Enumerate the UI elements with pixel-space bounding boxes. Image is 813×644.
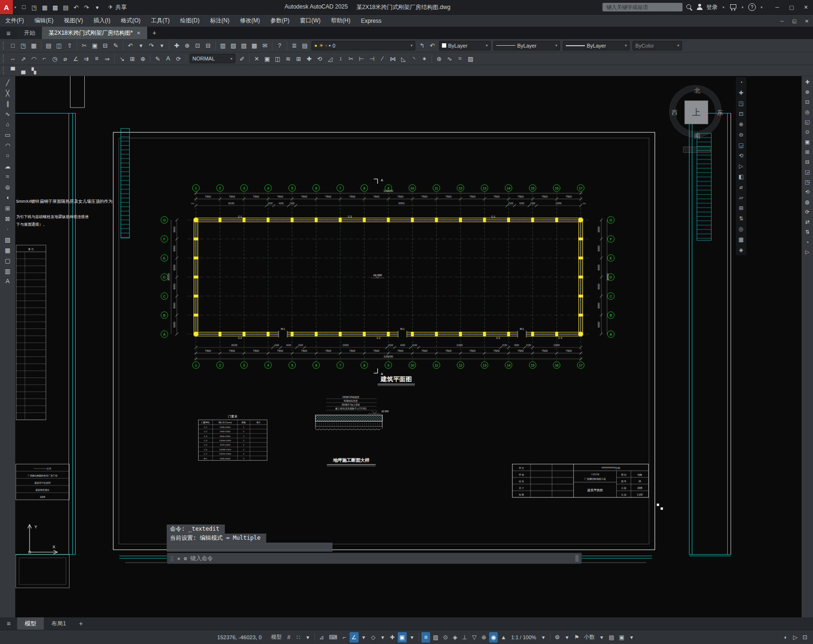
qat-dropdown-icon[interactable]: ▾ <box>92 2 102 12</box>
selection-cycling-toggle[interactable]: ⊙ <box>441 632 450 643</box>
zoom-in-icon[interactable]: ⊕ <box>736 119 746 129</box>
publish-icon[interactable]: ⇧ <box>64 40 75 51</box>
zoom-all-icon[interactable]: ◲ <box>736 140 746 150</box>
array-icon[interactable]: ⊞ <box>293 53 304 64</box>
isodraft-toggle[interactable]: ◇ <box>369 632 378 643</box>
layer-combo[interactable]: ●☀▫▪ 0 ▾ <box>311 41 415 50</box>
ellipse-icon[interactable]: ⊜ <box>2 182 13 192</box>
lock-ui-toggle[interactable]: ▣ <box>617 632 626 643</box>
qat-undo-icon[interactable]: ↶ <box>71 2 81 12</box>
tab-model[interactable]: 模型 <box>17 617 44 630</box>
volume-icon[interactable]: ⊞ <box>736 203 746 213</box>
share-button[interactable]: ✈ 共享 <box>102 3 132 11</box>
plot-icon[interactable]: ▤ <box>43 40 54 51</box>
workspace-dropdown-icon[interactable]: ▾ <box>563 632 572 643</box>
menu-item[interactable]: 编辑(E) <box>29 15 59 27</box>
zoom-window-icon[interactable]: ⊡ <box>192 40 203 51</box>
tolerance-icon[interactable]: ⊞ <box>127 53 138 64</box>
viewcube-east-label[interactable]: 东 <box>717 109 723 117</box>
menu-item[interactable]: 窗口(W) <box>295 15 326 27</box>
dim-angular-icon[interactable]: ∠ <box>70 53 81 64</box>
extend-icon[interactable]: ⊢ <box>356 53 367 64</box>
dim-arc-length-icon[interactable]: ◠ <box>29 53 39 64</box>
layer-unlock-icon[interactable]: ▫ <box>325 43 327 48</box>
ortho-toggle[interactable]: ⌐ <box>340 632 349 643</box>
show-motion-icon[interactable]: ▷ <box>736 161 746 171</box>
zoom-out-icon[interactable]: ⊖ <box>736 129 746 140</box>
viewcube[interactable]: 北 南 西 东 上 <box>667 78 728 154</box>
linetype-combo[interactable]: ByLayer ▾ <box>493 41 560 50</box>
zoom-previous-icon[interactable]: ⊟ <box>203 40 213 51</box>
draw-order-front-icon[interactable]: ▀ <box>8 65 18 76</box>
apps-dropdown-icon[interactable]: ▾ <box>740 5 745 10</box>
group-icon[interactable]: ⊛ <box>434 53 444 64</box>
plot-style-dropdown-icon[interactable]: ▾ <box>675 43 679 48</box>
zoom-out-icon[interactable]: ⊟ <box>802 157 813 167</box>
units-dropdown-icon[interactable]: ▾ <box>597 632 606 643</box>
polar-tracking-toggle[interactable]: ∠ <box>350 632 359 643</box>
model-space-canvas[interactable]: 备 注────────公司厂房钢结构隔热改造厂房工程建筑设计总说明建筑构造做法2… <box>15 76 802 617</box>
dynamic-ucs-toggle[interactable]: ⊥ <box>460 632 469 643</box>
command-input[interactable]: ⣿ ✕ ⚙ 键入命令 <box>167 553 582 564</box>
toolbar-grip[interactable] <box>3 67 5 74</box>
doc-minimize-button[interactable]: ─ <box>776 15 788 27</box>
plot-style-combo[interactable]: ByColor ▾ <box>632 41 682 50</box>
graphics-performance-toggle[interactable]: ▷ <box>791 632 800 643</box>
qat-save-icon[interactable]: ▦ <box>40 2 50 12</box>
menu-item[interactable]: 绘图(D) <box>175 15 205 27</box>
search-icon[interactable] <box>686 4 693 11</box>
zoom-window-icon[interactable]: ⊡ <box>802 97 813 107</box>
doc-restore-button[interactable]: ◱ <box>788 15 801 27</box>
undo-dropdown-icon[interactable]: ▾ <box>136 40 146 51</box>
camera-icon[interactable]: ◎ <box>736 224 746 234</box>
cut-icon[interactable]: ✂ <box>79 40 90 51</box>
workspace-switching-icon[interactable]: ⚙ <box>553 632 562 643</box>
grid-toggle[interactable]: # <box>284 632 293 643</box>
title-block[interactable]: 审 定审 核校 对设 计制 图??????????公司工程名称厂房钢结构加固工程… <box>512 464 649 497</box>
match-properties-icon[interactable]: ✎ <box>110 40 121 51</box>
viewcube-west-label[interactable]: 西 <box>672 109 678 117</box>
user-icon[interactable] <box>696 4 703 10</box>
dim-ordinate-icon[interactable]: ⌐ <box>39 53 50 64</box>
cart-icon[interactable] <box>729 4 737 11</box>
dim-diameter-icon[interactable]: ⌀ <box>60 53 70 64</box>
ellipse-arc-icon[interactable]: ◖ <box>2 192 13 203</box>
command-customize-icon[interactable]: ⚙ <box>184 555 187 562</box>
gradient-icon[interactable]: ▦ <box>2 245 13 255</box>
edit-polyline-icon[interactable]: ∿ <box>444 53 455 64</box>
zoom-window-icon[interactable]: ⊡ <box>736 109 746 119</box>
infer-constraints-toggle[interactable]: ⊿ <box>317 632 326 643</box>
color-combo-dropdown-icon[interactable]: ▾ <box>484 43 488 48</box>
layer-properties-icon[interactable]: ≣ <box>289 40 300 51</box>
zoom-dynamic-icon[interactable]: ◎ <box>802 107 813 117</box>
units-button[interactable]: 小数 <box>582 632 596 643</box>
layer-thaw-icon[interactable]: ☀ <box>319 43 323 48</box>
pan-icon[interactable]: ✚ <box>802 77 813 87</box>
command-close-icon[interactable]: ✕ <box>177 555 181 562</box>
right-sheet[interactable] <box>689 113 731 555</box>
file-tab-menu-icon[interactable]: ≡ <box>0 27 17 39</box>
doc-close-button[interactable]: ✕ <box>801 15 813 27</box>
break-at-point-icon[interactable]: ⊣ <box>367 53 377 64</box>
coordinates-display[interactable]: 152376, -46023, 0 <box>217 634 261 640</box>
model-paper-toggle[interactable]: 模型 <box>269 632 283 643</box>
command-scrollbar[interactable] <box>575 555 579 562</box>
markup-import-icon[interactable]: ✉ <box>260 40 270 51</box>
join-icon[interactable]: ⋈ <box>388 53 398 64</box>
dim-baseline-icon[interactable]: ≡ <box>91 53 102 64</box>
polar-dropdown-icon[interactable]: ▾ <box>360 632 368 643</box>
viewcube-north-label[interactable]: 北 <box>667 87 728 95</box>
circle-icon[interactable]: ○ <box>2 150 13 161</box>
qat-new-icon[interactable]: □ <box>19 2 29 12</box>
dim-radius-icon[interactable]: ◷ <box>50 53 60 64</box>
arc-icon[interactable]: ◠ <box>2 140 13 150</box>
dim-linear-icon[interactable]: ↔ <box>8 53 18 64</box>
lock-ui-dropdown-icon[interactable]: ▾ <box>627 632 636 643</box>
menu-item[interactable]: 标注(N) <box>205 15 235 27</box>
3d-object-snap-toggle[interactable]: ◈ <box>451 632 459 643</box>
polyline-icon[interactable]: ∿ <box>2 109 13 119</box>
left-ladder-detail[interactable] <box>121 129 130 238</box>
snap-toggle[interactable]: ∷ <box>294 632 302 643</box>
door-window-schedule[interactable]: 门窗表门窗编号洞口尺寸(mm)樘数备注C-12090×24001C-22900×… <box>198 415 267 460</box>
dimension-update-icon[interactable]: ⟳ <box>173 53 184 64</box>
